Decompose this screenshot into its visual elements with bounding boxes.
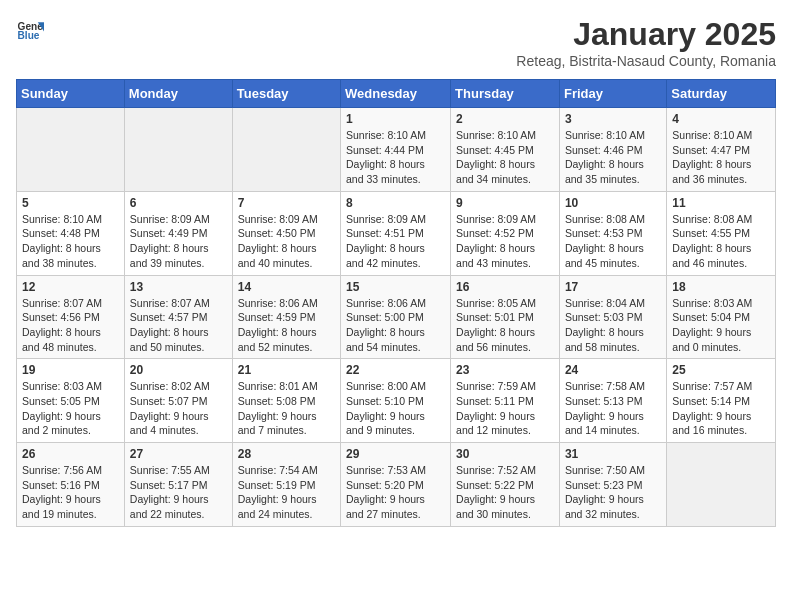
- calendar-cell: 31Sunrise: 7:50 AM Sunset: 5:23 PM Dayli…: [559, 443, 666, 527]
- calendar-cell: 10Sunrise: 8:08 AM Sunset: 4:53 PM Dayli…: [559, 191, 666, 275]
- calendar-cell: 13Sunrise: 8:07 AM Sunset: 4:57 PM Dayli…: [124, 275, 232, 359]
- calendar-cell: 24Sunrise: 7:58 AM Sunset: 5:13 PM Dayli…: [559, 359, 666, 443]
- page-header: General Blue January 2025 Reteag, Bistri…: [16, 16, 776, 69]
- calendar-week-1: 1Sunrise: 8:10 AM Sunset: 4:44 PM Daylig…: [17, 108, 776, 192]
- day-info: Sunrise: 8:10 AM Sunset: 4:47 PM Dayligh…: [672, 128, 770, 187]
- weekday-header-saturday: Saturday: [667, 80, 776, 108]
- day-info: Sunrise: 8:10 AM Sunset: 4:48 PM Dayligh…: [22, 212, 119, 271]
- day-info: Sunrise: 8:10 AM Sunset: 4:46 PM Dayligh…: [565, 128, 661, 187]
- calendar-title: January 2025: [516, 16, 776, 53]
- day-number: 26: [22, 447, 119, 461]
- weekday-header-tuesday: Tuesday: [232, 80, 340, 108]
- day-number: 31: [565, 447, 661, 461]
- weekday-header-wednesday: Wednesday: [341, 80, 451, 108]
- logo: General Blue: [16, 16, 44, 44]
- day-info: Sunrise: 8:07 AM Sunset: 4:57 PM Dayligh…: [130, 296, 227, 355]
- day-info: Sunrise: 8:06 AM Sunset: 4:59 PM Dayligh…: [238, 296, 335, 355]
- calendar-cell: 2Sunrise: 8:10 AM Sunset: 4:45 PM Daylig…: [451, 108, 560, 192]
- calendar-cell: 20Sunrise: 8:02 AM Sunset: 5:07 PM Dayli…: [124, 359, 232, 443]
- calendar-cell: 27Sunrise: 7:55 AM Sunset: 5:17 PM Dayli…: [124, 443, 232, 527]
- weekday-header-thursday: Thursday: [451, 80, 560, 108]
- calendar-cell: 19Sunrise: 8:03 AM Sunset: 5:05 PM Dayli…: [17, 359, 125, 443]
- day-info: Sunrise: 7:55 AM Sunset: 5:17 PM Dayligh…: [130, 463, 227, 522]
- day-info: Sunrise: 7:53 AM Sunset: 5:20 PM Dayligh…: [346, 463, 445, 522]
- day-info: Sunrise: 8:07 AM Sunset: 4:56 PM Dayligh…: [22, 296, 119, 355]
- day-info: Sunrise: 7:56 AM Sunset: 5:16 PM Dayligh…: [22, 463, 119, 522]
- day-info: Sunrise: 7:57 AM Sunset: 5:14 PM Dayligh…: [672, 379, 770, 438]
- calendar-cell: [667, 443, 776, 527]
- day-info: Sunrise: 8:08 AM Sunset: 4:55 PM Dayligh…: [672, 212, 770, 271]
- calendar-cell: 6Sunrise: 8:09 AM Sunset: 4:49 PM Daylig…: [124, 191, 232, 275]
- calendar-week-3: 12Sunrise: 8:07 AM Sunset: 4:56 PM Dayli…: [17, 275, 776, 359]
- day-info: Sunrise: 8:05 AM Sunset: 5:01 PM Dayligh…: [456, 296, 554, 355]
- day-number: 2: [456, 112, 554, 126]
- day-number: 21: [238, 363, 335, 377]
- calendar-cell: 17Sunrise: 8:04 AM Sunset: 5:03 PM Dayli…: [559, 275, 666, 359]
- day-number: 6: [130, 196, 227, 210]
- day-number: 4: [672, 112, 770, 126]
- day-info: Sunrise: 8:06 AM Sunset: 5:00 PM Dayligh…: [346, 296, 445, 355]
- calendar-cell: 5Sunrise: 8:10 AM Sunset: 4:48 PM Daylig…: [17, 191, 125, 275]
- calendar-cell: 8Sunrise: 8:09 AM Sunset: 4:51 PM Daylig…: [341, 191, 451, 275]
- calendar-cell: 22Sunrise: 8:00 AM Sunset: 5:10 PM Dayli…: [341, 359, 451, 443]
- calendar-cell: 23Sunrise: 7:59 AM Sunset: 5:11 PM Dayli…: [451, 359, 560, 443]
- calendar-cell: 7Sunrise: 8:09 AM Sunset: 4:50 PM Daylig…: [232, 191, 340, 275]
- day-number: 15: [346, 280, 445, 294]
- weekday-header-monday: Monday: [124, 80, 232, 108]
- day-info: Sunrise: 8:09 AM Sunset: 4:51 PM Dayligh…: [346, 212, 445, 271]
- day-number: 14: [238, 280, 335, 294]
- day-number: 19: [22, 363, 119, 377]
- day-info: Sunrise: 8:10 AM Sunset: 4:44 PM Dayligh…: [346, 128, 445, 187]
- svg-text:Blue: Blue: [18, 30, 40, 41]
- day-info: Sunrise: 7:52 AM Sunset: 5:22 PM Dayligh…: [456, 463, 554, 522]
- weekday-header-sunday: Sunday: [17, 80, 125, 108]
- day-info: Sunrise: 7:50 AM Sunset: 5:23 PM Dayligh…: [565, 463, 661, 522]
- day-number: 30: [456, 447, 554, 461]
- day-number: 7: [238, 196, 335, 210]
- calendar-cell: 30Sunrise: 7:52 AM Sunset: 5:22 PM Dayli…: [451, 443, 560, 527]
- day-number: 27: [130, 447, 227, 461]
- day-number: 5: [22, 196, 119, 210]
- calendar-cell: 29Sunrise: 7:53 AM Sunset: 5:20 PM Dayli…: [341, 443, 451, 527]
- day-info: Sunrise: 8:09 AM Sunset: 4:52 PM Dayligh…: [456, 212, 554, 271]
- calendar-cell: [124, 108, 232, 192]
- day-number: 23: [456, 363, 554, 377]
- calendar-cell: 21Sunrise: 8:01 AM Sunset: 5:08 PM Dayli…: [232, 359, 340, 443]
- day-info: Sunrise: 8:00 AM Sunset: 5:10 PM Dayligh…: [346, 379, 445, 438]
- day-number: 12: [22, 280, 119, 294]
- calendar-subtitle: Reteag, Bistrita-Nasaud County, Romania: [516, 53, 776, 69]
- day-info: Sunrise: 7:58 AM Sunset: 5:13 PM Dayligh…: [565, 379, 661, 438]
- day-info: Sunrise: 7:59 AM Sunset: 5:11 PM Dayligh…: [456, 379, 554, 438]
- day-number: 3: [565, 112, 661, 126]
- day-number: 16: [456, 280, 554, 294]
- day-info: Sunrise: 8:09 AM Sunset: 4:49 PM Dayligh…: [130, 212, 227, 271]
- calendar-cell: [17, 108, 125, 192]
- day-info: Sunrise: 8:03 AM Sunset: 5:04 PM Dayligh…: [672, 296, 770, 355]
- calendar-cell: 16Sunrise: 8:05 AM Sunset: 5:01 PM Dayli…: [451, 275, 560, 359]
- day-number: 29: [346, 447, 445, 461]
- calendar-cell: 26Sunrise: 7:56 AM Sunset: 5:16 PM Dayli…: [17, 443, 125, 527]
- calendar-cell: 15Sunrise: 8:06 AM Sunset: 5:00 PM Dayli…: [341, 275, 451, 359]
- day-number: 24: [565, 363, 661, 377]
- day-number: 11: [672, 196, 770, 210]
- day-number: 10: [565, 196, 661, 210]
- day-number: 25: [672, 363, 770, 377]
- day-number: 8: [346, 196, 445, 210]
- calendar-cell: 3Sunrise: 8:10 AM Sunset: 4:46 PM Daylig…: [559, 108, 666, 192]
- calendar-cell: 28Sunrise: 7:54 AM Sunset: 5:19 PM Dayli…: [232, 443, 340, 527]
- calendar-cell: 25Sunrise: 7:57 AM Sunset: 5:14 PM Dayli…: [667, 359, 776, 443]
- calendar-cell: 4Sunrise: 8:10 AM Sunset: 4:47 PM Daylig…: [667, 108, 776, 192]
- day-number: 20: [130, 363, 227, 377]
- day-info: Sunrise: 8:04 AM Sunset: 5:03 PM Dayligh…: [565, 296, 661, 355]
- day-info: Sunrise: 8:01 AM Sunset: 5:08 PM Dayligh…: [238, 379, 335, 438]
- day-info: Sunrise: 8:09 AM Sunset: 4:50 PM Dayligh…: [238, 212, 335, 271]
- title-block: January 2025 Reteag, Bistrita-Nasaud Cou…: [516, 16, 776, 69]
- day-info: Sunrise: 7:54 AM Sunset: 5:19 PM Dayligh…: [238, 463, 335, 522]
- day-number: 13: [130, 280, 227, 294]
- calendar-week-5: 26Sunrise: 7:56 AM Sunset: 5:16 PM Dayli…: [17, 443, 776, 527]
- calendar-cell: [232, 108, 340, 192]
- calendar-cell: 9Sunrise: 8:09 AM Sunset: 4:52 PM Daylig…: [451, 191, 560, 275]
- day-number: 9: [456, 196, 554, 210]
- calendar-cell: 1Sunrise: 8:10 AM Sunset: 4:44 PM Daylig…: [341, 108, 451, 192]
- calendar-week-2: 5Sunrise: 8:10 AM Sunset: 4:48 PM Daylig…: [17, 191, 776, 275]
